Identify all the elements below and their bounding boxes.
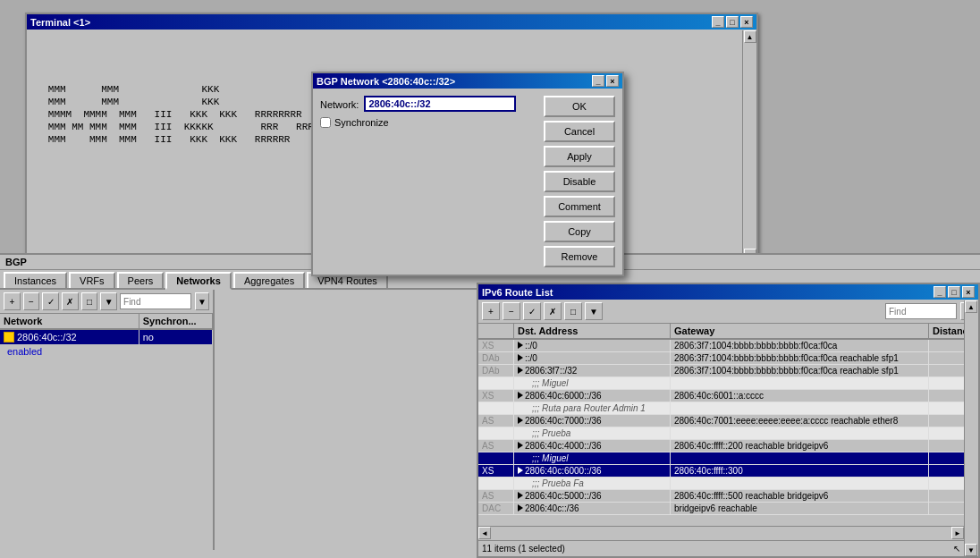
route-row[interactable]: DAC 2806:40c::/36 bridgeipv6 reachable xyxy=(478,503,978,515)
disable-button[interactable]: Disable xyxy=(544,171,615,192)
col-network: Network xyxy=(0,314,139,328)
terminal-scrollbar[interactable]: ▲ ▼ xyxy=(742,30,756,261)
ipv6-panel-title: IPv6 Route List xyxy=(482,287,553,298)
networks-find-box: ▼ xyxy=(120,292,209,310)
tab-networks[interactable]: Networks xyxy=(165,272,232,290)
tab-instances[interactable]: Instances xyxy=(4,272,67,288)
terminal-title: Terminal <1> xyxy=(30,17,90,28)
tab-vrfs[interactable]: VRFs xyxy=(69,272,115,288)
type-cell: AS xyxy=(478,490,514,502)
type-cell: XS xyxy=(478,340,514,351)
gw-cell: 2806:40c:6001::a:cccc xyxy=(671,390,929,402)
scroll-up-arrow[interactable]: ▲ xyxy=(744,30,756,43)
comment-cell: ;;; Miguel xyxy=(514,452,671,464)
route-row[interactable]: AS 2806:40c:5000::/36 2806:40c:ffff::500… xyxy=(478,490,978,503)
ipv6-check-btn[interactable]: ✓ xyxy=(523,302,541,320)
comment-cell: ;;; Prueba Fa xyxy=(514,478,671,489)
route-row[interactable]: XS 2806:40c:6000::/36 2806:40c:6001::a:c… xyxy=(478,390,978,402)
ok-button[interactable]: OK xyxy=(544,96,615,117)
tab-peers[interactable]: Peers xyxy=(117,272,165,288)
bgp-dialog-body: Network: Synchronize OK Cancel Apply Dis… xyxy=(313,89,622,275)
route-arrow-icon xyxy=(518,467,523,474)
comment-button[interactable]: Comment xyxy=(544,196,615,217)
dst-cell: 2806:40c:5000::/36 xyxy=(514,490,671,502)
cancel-button[interactable]: Cancel xyxy=(544,121,615,142)
route-row[interactable]: AS 2806:40c:4000::/36 2806:40c:ffff::200… xyxy=(478,440,978,452)
networks-find-input[interactable] xyxy=(120,293,191,309)
ipv6-scroll-down[interactable]: ▼ xyxy=(965,544,977,556)
synchronize-checkbox[interactable] xyxy=(320,117,331,128)
network-input[interactable] xyxy=(364,96,516,112)
bgp-networks-toolbar: + − ✓ ✗ □ ▼ ▼ xyxy=(0,290,213,314)
route-comment-row: ;;; Prueba xyxy=(478,427,978,440)
terminal-titlebar: Terminal <1> _ □ × xyxy=(27,14,756,30)
add-network-btn[interactable]: + xyxy=(4,292,21,310)
network-icon xyxy=(4,332,14,342)
terminal-maximize-btn[interactable]: □ xyxy=(726,16,739,28)
ipv6-find-input[interactable] xyxy=(885,303,957,319)
networks-find-dropdown[interactable]: ▼ xyxy=(195,292,209,310)
cancel-network-btn[interactable]: ✗ xyxy=(62,292,79,310)
bgp-dialog-titlebar: BGP Network <2806:40c::/32> _ × xyxy=(313,73,622,89)
route-arrow-icon xyxy=(518,342,523,349)
remove-network-btn[interactable]: − xyxy=(23,292,40,310)
ipv6-hscrollbar[interactable]: ◄ ► xyxy=(478,526,964,540)
route-row[interactable]: DAb ::/0 2806:3f7:1004:bbbb:bbbb:bbbb:f0… xyxy=(478,352,978,365)
mouse-pointer-icon: ↖ xyxy=(953,544,960,554)
apply-button[interactable]: Apply xyxy=(544,146,615,167)
enabled-status: enabled xyxy=(0,344,213,359)
gw-cell: 2806:40c:ffff::500 reachable bridgeipv6 xyxy=(671,490,929,502)
ipv6-maximize-btn[interactable]: □ xyxy=(948,286,960,298)
networks-table-header: Network Synchron... xyxy=(0,314,213,330)
ipv6-find-box: ▼ xyxy=(885,302,975,320)
route-arrow-icon xyxy=(518,492,523,499)
route-comment-row: ;;; Miguel xyxy=(478,377,978,390)
check-network-btn[interactable]: ✓ xyxy=(42,292,59,310)
ipv6-copy-btn[interactable]: □ xyxy=(564,302,582,320)
type-cell xyxy=(478,452,514,464)
terminal-minimize-btn[interactable]: _ xyxy=(712,16,724,28)
tab-aggregates[interactable]: Aggregates xyxy=(233,272,305,288)
route-comment-row: ;;; Ruta para Router Admin 1 xyxy=(478,402,978,415)
dst-cell: 2806:40c:6000::/36 xyxy=(514,390,671,402)
route-comment-row[interactable]: ;;; Miguel xyxy=(478,452,978,465)
terminal-titlebar-buttons: _ □ × xyxy=(712,16,753,28)
dst-cell: 2806:40c:7000::/36 xyxy=(514,415,671,427)
route-row[interactable]: DAb 2806:3f7::/32 2806:3f7:1004:bbbb:bbb… xyxy=(478,365,978,377)
ipv6-scroll-up[interactable]: ▲ xyxy=(965,300,977,313)
bgp-dialog-close-btn[interactable]: × xyxy=(606,75,619,87)
gw-cell xyxy=(671,402,929,414)
route-arrow-icon xyxy=(518,417,523,424)
type-cell xyxy=(478,478,514,489)
ipv6-filter-btn[interactable]: ▼ xyxy=(585,302,603,320)
type-cell: DAC xyxy=(478,503,514,514)
bgp-dialog-title: BGP Network <2806:40c::/32> xyxy=(317,76,455,87)
bgp-dialog-minimize-btn[interactable]: _ xyxy=(592,75,604,87)
route-arrow-icon xyxy=(518,392,523,399)
ipv6-hscroll-left[interactable]: ◄ xyxy=(478,527,491,539)
remove-button[interactable]: Remove xyxy=(544,246,615,267)
copy-network-btn[interactable]: □ xyxy=(81,292,98,310)
ipv6-titlebar: IPv6 Route List _ □ × xyxy=(478,284,978,300)
networks-section: + − ✓ ✗ □ ▼ ▼ Network Synchron... 2806:4… xyxy=(0,290,215,550)
terminal-close-btn[interactable]: × xyxy=(740,16,753,28)
dst-cell: ::/0 xyxy=(514,352,671,364)
ipv6-remove-btn[interactable]: − xyxy=(503,302,520,320)
col-header-type xyxy=(478,324,514,338)
dst-cell: 2806:3f7::/32 xyxy=(514,365,671,376)
route-row[interactable]: AS 2806:40c:7000::/36 2806:40c:7001:eeee… xyxy=(478,415,978,427)
ipv6-close-btn[interactable]: × xyxy=(962,286,975,298)
route-row[interactable]: XS 2806:40c:6000::/36 2806:40c:ffff::300 xyxy=(478,465,978,478)
gw-cell: 2806:3f7:1004:bbbb:bbbb:bbbb:f0ca:f0ca r… xyxy=(671,365,929,376)
route-arrow-icon xyxy=(518,367,523,374)
ipv6-add-btn[interactable]: + xyxy=(482,302,500,320)
table-row[interactable]: 2806:40c::/32 no xyxy=(0,330,213,344)
enabled-text: enabled xyxy=(4,344,46,359)
ipv6-minimize-btn[interactable]: _ xyxy=(934,286,946,298)
ipv6-hscroll-right[interactable]: ► xyxy=(951,527,964,539)
ipv6-scrollbar[interactable]: ▲ ▼ xyxy=(964,300,978,556)
route-row[interactable]: XS ::/0 2806:3f7:1004:bbbb:bbbb:bbbb:f0c… xyxy=(478,340,978,352)
ipv6-cancel-btn[interactable]: ✗ xyxy=(544,302,562,320)
copy-button[interactable]: Copy xyxy=(544,221,615,242)
filter-network-btn[interactable]: ▼ xyxy=(100,292,117,310)
